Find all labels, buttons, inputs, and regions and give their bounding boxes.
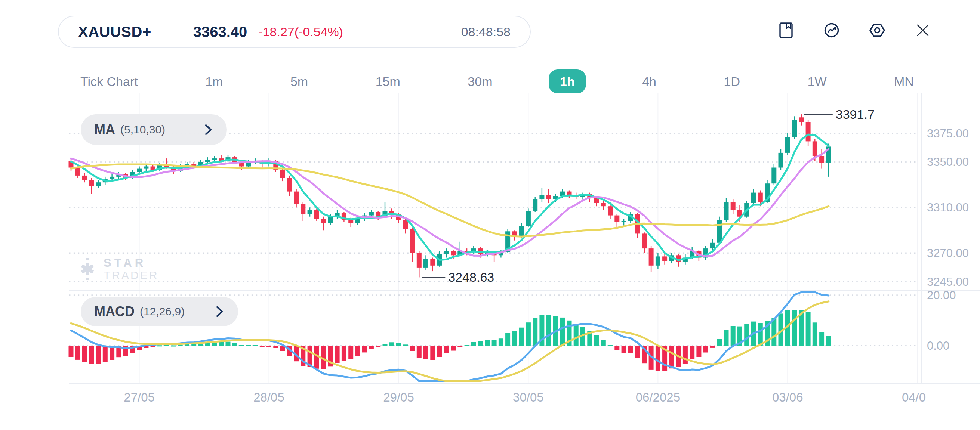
server-time: 08:48:58 bbox=[461, 25, 511, 39]
indicator-trend-icon bbox=[822, 21, 841, 39]
svg-text:06/2025: 06/2025 bbox=[636, 390, 680, 404]
macd-indicator-button[interactable]: MACD (12,26,9) bbox=[81, 297, 238, 326]
tab-1m[interactable]: 1m bbox=[194, 70, 234, 94]
svg-text:30/05: 30/05 bbox=[513, 390, 544, 404]
chart-screen: 3391.73248.633375.003350.003310.003270.0… bbox=[0, 0, 980, 430]
svg-text:3270.00: 3270.00 bbox=[927, 247, 969, 260]
ma-indicator-button[interactable]: MA (5,10,30) bbox=[81, 114, 227, 145]
svg-text:3310.00: 3310.00 bbox=[927, 201, 969, 214]
chart-canvas[interactable]: 3391.73248.633375.003350.003310.003270.0… bbox=[0, 0, 980, 430]
time-axis-labels: 27/0528/0529/0530/0506/202503/0604/06 bbox=[124, 390, 932, 404]
bookmark-icon bbox=[777, 21, 795, 39]
svg-text:3350.00: 3350.00 bbox=[927, 155, 969, 168]
svg-text:3391.7: 3391.7 bbox=[836, 107, 875, 121]
symbol-header[interactable]: XAUUSD+ 3363.40 -18.27(-0.54%) 08:48:58 bbox=[58, 16, 531, 48]
ma-lines bbox=[71, 135, 829, 260]
tab-mn[interactable]: MN bbox=[883, 70, 925, 94]
svg-text:04/06: 04/06 bbox=[902, 390, 933, 404]
svg-text:3245.00: 3245.00 bbox=[927, 275, 969, 289]
settings-button[interactable] bbox=[868, 21, 886, 39]
svg-text:3248.63: 3248.63 bbox=[448, 270, 494, 284]
ma-label: MA bbox=[94, 122, 115, 138]
tab-15m[interactable]: 15m bbox=[364, 70, 412, 94]
close-icon bbox=[914, 21, 932, 39]
ma-params: (5,10,30) bbox=[120, 123, 165, 136]
svg-text:28/05: 28/05 bbox=[253, 390, 285, 404]
macd-params: (12,26,9) bbox=[140, 305, 185, 318]
toolbar bbox=[777, 21, 932, 39]
chevron-right-icon bbox=[215, 305, 224, 318]
svg-text:03/06: 03/06 bbox=[772, 390, 803, 404]
tab-1w[interactable]: 1W bbox=[797, 70, 838, 94]
tab-5m[interactable]: 5m bbox=[279, 70, 319, 94]
indicators-button[interactable] bbox=[822, 21, 841, 39]
macd-label: MACD bbox=[94, 304, 135, 319]
bookmark-button[interactable] bbox=[777, 21, 795, 39]
svg-text:20.00: 20.00 bbox=[927, 289, 956, 302]
tab-1h[interactable]: 1h bbox=[549, 70, 586, 94]
svg-text:29/05: 29/05 bbox=[383, 390, 414, 404]
svg-text:0.00: 0.00 bbox=[927, 339, 949, 352]
price-axis-labels: 3375.003350.003310.003270.003245.0020.00… bbox=[927, 127, 969, 352]
timeframe-tabs: Tick Chart 1m 5m 15m 30m 1h 4h 1D 1W MN bbox=[69, 67, 925, 96]
tab-1d[interactable]: 1D bbox=[713, 70, 751, 94]
tab-tick-chart[interactable]: Tick Chart bbox=[69, 70, 149, 94]
chevron-right-icon bbox=[204, 123, 213, 136]
last-price: 3363.40 bbox=[193, 24, 247, 40]
symbol-name: XAUUSD+ bbox=[78, 24, 151, 40]
svg-text:27/05: 27/05 bbox=[124, 390, 155, 404]
close-button[interactable] bbox=[914, 21, 932, 39]
tab-30m[interactable]: 30m bbox=[457, 70, 503, 94]
svg-text:3375.00: 3375.00 bbox=[927, 127, 969, 140]
price-change: -18.27(-0.54%) bbox=[258, 25, 343, 39]
tab-4h[interactable]: 4h bbox=[631, 70, 668, 94]
settings-hexagon-icon bbox=[868, 21, 886, 39]
